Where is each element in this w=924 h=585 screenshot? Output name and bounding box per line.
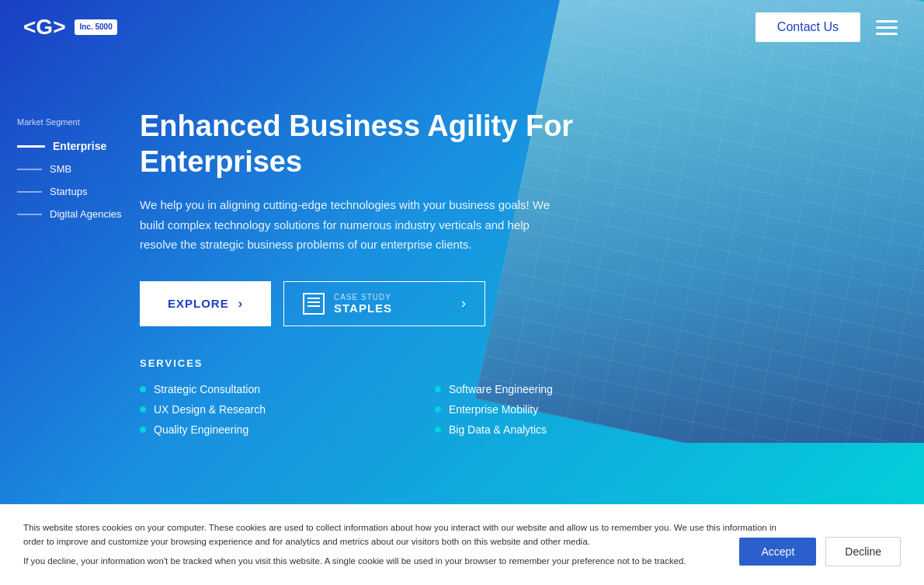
- cookie-text-2: If you decline, your information won't b…: [23, 555, 784, 568]
- sidebar-item-digital-label: Digital Agencies: [50, 208, 122, 220]
- service-item-mobility: Enterprise Mobility: [435, 403, 683, 416]
- hamburger-line-1: [876, 20, 898, 23]
- case-study-label: CASE STUDY: [334, 293, 392, 301]
- service-dot-mobility: [435, 406, 441, 413]
- service-label-strategic: Strategic Consultation: [154, 383, 260, 395]
- sidebar-item-enterprise-label: Enterprise: [53, 140, 106, 152]
- cookie-accept-button[interactable]: Accept: [739, 538, 816, 566]
- sidebar-line-startups: [17, 191, 42, 193]
- service-dot-quality: [140, 427, 146, 433]
- contact-us-button[interactable]: Contact Us: [756, 12, 860, 42]
- service-label-mobility: Enterprise Mobility: [449, 403, 538, 416]
- sidebar-item-startups[interactable]: Startups: [17, 186, 122, 197]
- service-label-bigdata: Big Data & Analytics: [449, 423, 547, 436]
- service-dot-strategic: [140, 386, 146, 392]
- service-label-software: Software Engineering: [449, 383, 553, 395]
- case-icon-line-2: [307, 301, 320, 303]
- cookie-text-block: This website stores cookies on your comp…: [23, 521, 784, 568]
- hamburger-line-2: [876, 26, 898, 29]
- cta-buttons-row: EXPLORE › CASE STUDY STAPLES ›: [140, 281, 683, 326]
- cookie-banner: This website stores cookies on your comp…: [0, 504, 924, 585]
- services-title: SERVICES: [140, 357, 683, 369]
- explore-label: EXPLORE: [168, 297, 229, 310]
- service-item-ux: UX Design & Research: [140, 403, 388, 416]
- case-study-name: STAPLES: [334, 301, 392, 315]
- case-icon-line-1: [307, 298, 320, 299]
- case-study-button[interactable]: CASE STUDY STAPLES ›: [283, 281, 485, 326]
- hero-title: Enhanced Business Agility For Enterprise…: [140, 109, 683, 179]
- case-study-text-block: CASE STUDY STAPLES: [334, 293, 392, 315]
- service-dot-ux: [140, 406, 146, 413]
- service-item-strategic: Strategic Consultation: [140, 383, 388, 395]
- sidebar-item-enterprise[interactable]: Enterprise: [17, 140, 122, 152]
- sidebar-items: Enterprise SMB Startups Digital Agencies: [17, 140, 122, 220]
- sidebar-line-enterprise: [17, 145, 45, 148]
- case-study-icon: [303, 293, 325, 315]
- services-grid: Strategic Consultation Software Engineer…: [140, 383, 683, 436]
- service-dot-bigdata: [435, 427, 441, 433]
- sidebar-nav: Market Segment Enterprise SMB Startups D…: [17, 117, 122, 220]
- services-section: SERVICES Strategic Consultation Software…: [140, 357, 683, 436]
- nav-right: Contact Us: [756, 12, 901, 42]
- logo-inc5000: Inc. 5000: [75, 19, 116, 35]
- sidebar-line-smb: [17, 169, 42, 170]
- hero-description: We help you in aligning cutting-edge tec…: [140, 195, 559, 255]
- service-label-quality: Quality Engineering: [154, 423, 248, 436]
- explore-button[interactable]: EXPLORE ›: [140, 281, 271, 326]
- service-item-software: Software Engineering: [435, 383, 683, 395]
- logo-area: <G> Inc. 5000: [23, 15, 117, 40]
- hamburger-menu-button[interactable]: [873, 17, 901, 38]
- sidebar-item-smb-label: SMB: [50, 163, 71, 175]
- hamburger-line-3: [876, 33, 898, 35]
- sidebar-item-startups-label: Startups: [50, 186, 87, 197]
- main-content: Enhanced Business Agility For Enterprise…: [140, 109, 683, 436]
- case-study-arrow-icon: ›: [461, 295, 466, 312]
- case-icon-line-3: [307, 305, 320, 307]
- service-item-quality: Quality Engineering: [140, 423, 388, 436]
- explore-arrow-icon: ›: [238, 297, 243, 311]
- cookie-decline-button[interactable]: Decline: [825, 537, 901, 566]
- sidebar-line-digital: [17, 214, 42, 215]
- logo-g-symbol: <G>: [23, 15, 65, 40]
- cookie-text-1: This website stores cookies on your comp…: [23, 521, 784, 548]
- service-label-ux: UX Design & Research: [154, 403, 266, 416]
- service-dot-software: [435, 386, 441, 392]
- cookie-buttons: Accept Decline: [739, 537, 901, 566]
- navbar: <G> Inc. 5000 Contact Us: [0, 0, 924, 54]
- sidebar-item-smb[interactable]: SMB: [17, 163, 122, 175]
- sidebar-item-digital-agencies[interactable]: Digital Agencies: [17, 208, 122, 220]
- sidebar-segment-label: Market Segment: [17, 117, 122, 127]
- service-item-bigdata: Big Data & Analytics: [435, 423, 683, 436]
